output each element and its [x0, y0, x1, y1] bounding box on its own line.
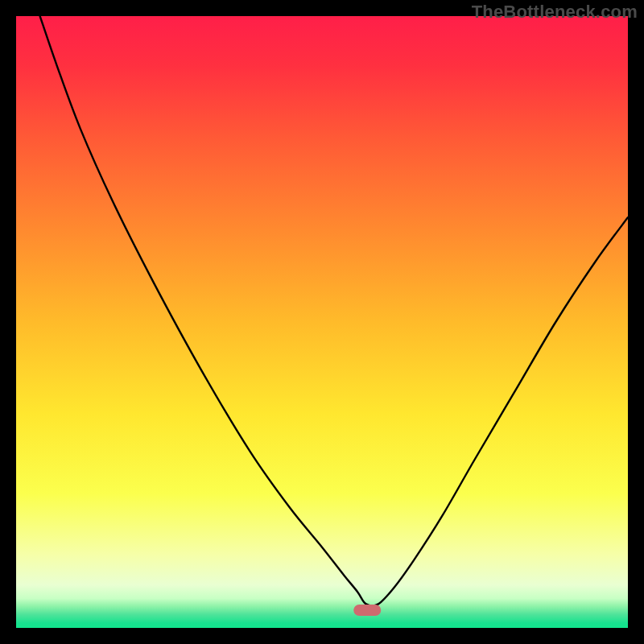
gradient-background [16, 16, 628, 628]
plot-area [16, 16, 628, 628]
watermark-text: TheBottleneck.com [472, 2, 638, 23]
chart-svg [16, 16, 628, 628]
chart-frame: TheBottleneck.com [0, 0, 644, 644]
minimum-marker [353, 605, 381, 616]
